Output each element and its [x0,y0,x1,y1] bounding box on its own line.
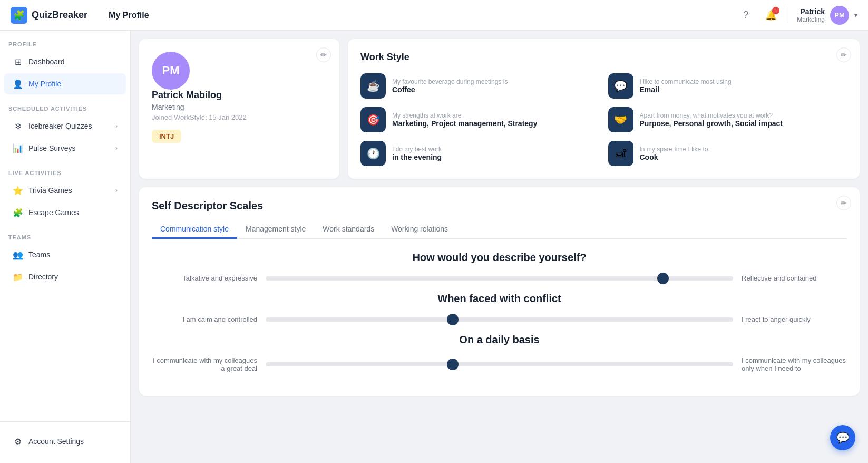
workstyle-title: Work Style [360,52,847,63]
pulse-chevron-icon: › [115,144,118,152]
trivia-icon: ⭐ [13,185,23,196]
sidebar-item-account-label: Account Settings [28,437,84,446]
workstyle-edit-button[interactable]: ✏ [836,47,851,62]
workstyle-icon-5: 🛋 [608,141,633,166]
sidebar-section-teams: TEAMS [0,224,130,244]
notifications-button[interactable]: 🔔 1 [763,7,779,24]
sidebar-item-icebreaker[interactable]: ❄ Icebreaker Quizzes › [4,115,126,137]
scale-right-label-2: I communicate with my colleagues only wh… [742,356,847,372]
workstyle-label-3: Apart from money, what motivates you at … [640,112,783,119]
workstyle-icon-2: 🎯 [360,107,386,132]
scale-right-label-1: I react to anger quickly [742,315,847,323]
scale-track-1[interactable] [266,317,733,322]
workstyle-label-0: My favourite beverage during meetings is [392,78,508,85]
teams-icon: 👥 [13,249,23,260]
profile-edit-button[interactable]: ✏ [316,47,331,62]
trivia-chevron-icon: › [115,187,118,194]
scale-right-label-0: Reflective and contained [742,274,847,282]
page-title: My Profile [109,11,149,20]
scale-track-2[interactable] [266,362,733,366]
sidebar-item-account[interactable]: ⚙ Account Settings [4,431,126,452]
main-content: ✏ PM Patrick Mabilog Marketing Joined Wo… [131,31,868,463]
scale-thumb-1[interactable] [447,314,459,325]
logo-text: QuizBreaker [32,9,87,21]
sidebar-item-pulse[interactable]: 📊 Pulse Surveys › [4,138,126,159]
sidebar-item-icebreaker-label: Icebreaker Quizzes [28,122,92,130]
sidebar-item-my-profile-label: My Profile [28,80,61,88]
dashboard-icon: ⊞ [13,56,23,67]
nav-divider [788,7,788,23]
sidebar-item-dashboard[interactable]: ⊞ Dashboard [4,51,126,72]
scale-left-label-0: Talkative and expressive [152,274,257,282]
workstyle-item-5: 🛋 In my spare time I like to: Cook [608,141,847,166]
user-menu[interactable]: Patrick Marketing PM ▾ [797,6,857,25]
scale-thumb-2[interactable] [447,359,459,370]
workstyle-label-1: I like to communicate most using [640,78,732,85]
tab-communication-style[interactable]: Communication style [152,220,237,239]
sidebar-item-my-profile[interactable]: 👤 My Profile [4,73,126,94]
topnav: 🧩 QuizBreaker My Profile ? 🔔 1 Patrick M… [0,0,868,31]
sidebar-item-pulse-label: Pulse Surveys [28,144,75,152]
descriptor-card: ✏ Self Descriptor Scales Communication s… [139,187,860,396]
descriptor-title: Self Descriptor Scales [152,200,847,212]
help-button[interactable]: ? [737,7,754,24]
sidebar-section-scheduled: SCHEDULED ACTIVITIES [0,95,130,115]
sidebar-item-teams[interactable]: 👥 Teams [4,244,126,265]
sidebar-item-trivia[interactable]: ⭐ Trivia Games › [4,180,126,201]
notification-badge: 1 [772,7,779,14]
user-info: Patrick Marketing [797,7,825,23]
user-name: Patrick [797,7,825,16]
workstyle-icon-1: 💬 [608,73,633,99]
descriptor-section-title-0: How would you describe yourself? [152,252,847,264]
scale-left-label-1: I am calm and controlled [152,315,257,323]
sidebar-section-profile: PROFILE [0,31,130,51]
mbti-badge: INTJ [152,130,181,143]
workstyle-value-3: Purpose, Personal growth, Social impact [640,119,783,128]
layout: PROFILE ⊞ Dashboard 👤 My Profile SCHEDUL… [0,31,868,463]
account-icon: ⚙ [13,436,23,447]
workstyle-value-0: Coffee [392,85,508,94]
escape-icon: 🧩 [13,207,23,218]
workstyle-icon-4: 🕐 [360,141,386,166]
logo[interactable]: 🧩 QuizBreaker [11,7,87,24]
tab-working-relations[interactable]: Working relations [383,220,456,239]
scale-row-1: I am calm and controlled I react to ange… [152,315,847,323]
chevron-down-icon: ▾ [854,12,857,19]
scale-track-0[interactable] [266,276,733,281]
sidebar-item-escape-label: Escape Games [28,208,79,217]
sidebar-item-directory[interactable]: 📁 Directory [4,266,126,287]
descriptor-edit-button[interactable]: ✏ [836,196,851,210]
chat-button[interactable]: 💬 [830,425,855,450]
sidebar: PROFILE ⊞ Dashboard 👤 My Profile SCHEDUL… [0,31,131,463]
user-dept: Marketing [797,16,825,23]
workstyle-value-1: Email [640,85,732,94]
profile-joined: Joined WorkStyle: 15 Jan 2022 [152,113,327,121]
descriptor-section-title-2: On a daily basis [152,334,847,346]
profile-icon: 👤 [13,79,23,89]
workstyle-value-2: Marketing, Project management, Strategy [392,119,537,128]
descriptor-section-title-1: When faced with conflict [152,293,847,305]
workstyle-grid: ☕ My favourite beverage during meetings … [360,73,847,166]
profile-department: Marketing [152,103,327,111]
sidebar-item-directory-label: Directory [28,273,58,281]
tab-work-standards[interactable]: Work standards [314,220,383,239]
logo-icon: 🧩 [11,7,27,24]
workstyle-value-4: in the evening [392,153,442,161]
icebreaker-chevron-icon: › [115,122,118,130]
workstyle-card: ✏ Work Style ☕ My favourite beverage dur… [348,39,860,179]
pulse-icon: 📊 [13,143,23,153]
workstyle-icon-3: 🤝 [608,107,633,132]
sidebar-item-escape[interactable]: 🧩 Escape Games [4,202,126,223]
scale-row-2: I communicate with my colleagues a great… [152,356,847,372]
descriptor-tabs: Communication style Management style Wor… [152,220,847,239]
workstyle-icon-0: ☕ [360,73,386,99]
scale-row-0: Talkative and expressive Reflective and … [152,274,847,282]
scale-thumb-0[interactable] [657,273,669,284]
tab-management-style[interactable]: Management style [237,220,314,239]
sidebar-item-trivia-label: Trivia Games [28,186,72,195]
workstyle-label-5: In my spare time I like to: [640,146,710,153]
scale-left-label-2: I communicate with my colleagues a great… [152,356,257,372]
topnav-right: ? 🔔 1 Patrick Marketing PM ▾ [737,6,857,25]
user-avatar: PM [830,6,849,25]
sidebar-item-dashboard-label: Dashboard [28,57,65,66]
